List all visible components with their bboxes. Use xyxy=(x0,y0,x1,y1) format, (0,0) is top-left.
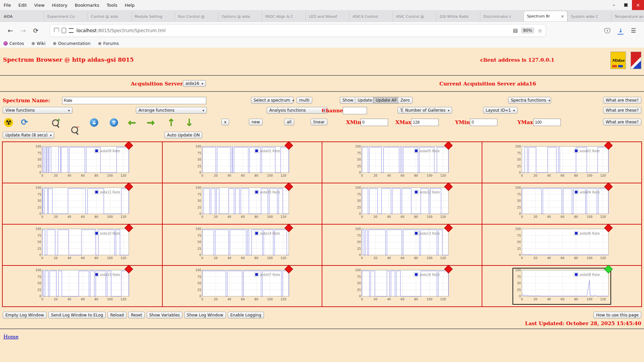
tab-temperature-an[interactable]: Temperature an xyxy=(611,11,644,21)
bookmark-wiki[interactable]: ⊕Wiki xyxy=(31,41,45,46)
tab-gsi-white-rabb[interactable]: GSI White Rabb xyxy=(436,11,480,21)
x-button[interactable]: x xyxy=(221,119,229,125)
select-spectrum-dropdown[interactable]: Select a spectrum▾ xyxy=(251,97,294,104)
menu-file[interactable]: File xyxy=(0,3,15,8)
update-rate-dropdown[interactable]: Update Rate (8 secs)▾ xyxy=(3,132,54,138)
xmax-input[interactable] xyxy=(411,119,439,126)
menu-history[interactable]: History xyxy=(48,3,71,8)
spectrum-chart-aida03[interactable]: 0255075100020406080100120aida03 Rate xyxy=(193,185,291,222)
multi-button[interactable]: multi xyxy=(297,97,312,104)
radiation-icon[interactable]: ☢ xyxy=(4,118,13,127)
update-button[interactable]: Update xyxy=(355,97,375,104)
page-down-icon[interactable]: ⇊ xyxy=(90,118,98,127)
reset-button[interactable]: Reset xyxy=(128,312,145,318)
tab-experiment-co[interactable]: Experiment Co xyxy=(44,11,88,21)
menu-tools[interactable]: Tools xyxy=(103,3,121,8)
spectrum-chart-aida02[interactable]: 0255075100020406080100120aida02 Rate xyxy=(513,144,611,181)
bookmark-star-icon[interactable]: ☆ xyxy=(537,27,542,34)
spectrum-chart-aida07[interactable]: 0255075100020406080100120aida07 Rate xyxy=(193,268,291,305)
bookmark-documentation[interactable]: ⊕Documentation xyxy=(53,41,91,46)
what-are-these-button[interactable]: What are these? xyxy=(603,107,641,114)
show-button[interactable]: Show xyxy=(340,97,356,104)
move-up-icon[interactable]: ↑ xyxy=(167,117,175,128)
analysis-functions-dropdown[interactable]: Analysis functions▾ xyxy=(267,107,328,114)
what-are-these-button[interactable]: What are these? xyxy=(603,97,641,104)
view-functions-dropdown[interactable]: View functions▾ xyxy=(3,107,72,114)
move-down-icon[interactable]: ↓ xyxy=(185,117,193,128)
bookmark-centos[interactable]: Centos xyxy=(3,41,24,46)
acquisition-server-select[interactable]: aida16▾ xyxy=(183,80,206,87)
zero-button[interactable]: Zero xyxy=(398,97,413,104)
close-button[interactable]: × xyxy=(632,0,644,10)
send-log-window-to-elog-button[interactable]: Send Log Window to ELog xyxy=(48,312,106,318)
tab-system-wide-c[interactable]: System wide C xyxy=(568,11,611,21)
reload-icon[interactable]: ⟳ xyxy=(33,27,39,34)
enable-logging-button[interactable]: Enable Logging xyxy=(228,312,264,318)
tab-aida[interactable]: AIDA xyxy=(1,11,44,21)
spectrum-chart-aida10[interactable]: 0255075100020406080100120aida10 Rate xyxy=(33,227,131,263)
spectrum-chart-aida14[interactable]: 0255075100020406080100120aida14 Rate xyxy=(193,227,291,263)
layout-dropdown[interactable]: Layout ID=1▾ xyxy=(483,107,518,114)
spectrum-name-input[interactable] xyxy=(62,97,206,104)
tab-module-setting[interactable]: Module Setting xyxy=(131,11,175,21)
tab-discriminator-c[interactable]: Discriminator c xyxy=(480,11,524,21)
ymin-input[interactable] xyxy=(470,119,497,126)
spectrum-chart-aida05[interactable]: 0255075100020406080100120aida05 Rate xyxy=(353,144,451,181)
new-button[interactable]: new xyxy=(249,119,263,125)
update-all-button[interactable]: Update All xyxy=(373,97,399,104)
menu-help[interactable]: Help xyxy=(121,3,139,8)
tab-asic4-control[interactable]: ASIC4 Control xyxy=(349,11,393,21)
spectrum-chart-aida08[interactable]: 0255075100020406080100120aida08 Rate xyxy=(513,268,611,305)
page-up-icon[interactable]: ⇈ xyxy=(110,118,118,127)
move-left-icon[interactable]: ← xyxy=(128,117,136,128)
how-to-use-button[interactable]: How to use this page xyxy=(593,312,641,318)
spectrum-chart-aida04[interactable]: 0255075100020406080100120aida04 Rate xyxy=(513,185,611,222)
page-info-icon[interactable] xyxy=(62,28,66,33)
what-are-these-button[interactable]: What are these? xyxy=(603,119,641,125)
spectrum-chart-aida11[interactable]: 0255075100020406080100120aida11 Rate xyxy=(33,185,131,222)
menu-view[interactable]: View xyxy=(31,3,48,8)
minimize-button[interactable]: – xyxy=(608,0,620,10)
reload-button[interactable]: Reload xyxy=(107,312,126,318)
pocket-icon[interactable]: ∨ xyxy=(604,28,610,33)
app-menu-icon[interactable]: ☰ xyxy=(631,27,636,34)
zoom-level-badge[interactable]: 80% xyxy=(521,27,535,34)
spectrum-chart-aida16[interactable]: 0255075100020406080100120aida16 Rate xyxy=(353,268,451,305)
reader-mode-icon[interactable]: ▤ xyxy=(513,27,518,34)
spectrum-chart-aida06[interactable]: 0255075100020406080100120aida06 Rate xyxy=(513,227,611,263)
channel-input[interactable] xyxy=(343,107,367,114)
home-link[interactable]: Home xyxy=(3,334,18,340)
permissions-icon[interactable] xyxy=(69,28,73,33)
url-bar[interactable]: localhost:8015/Spectrum/Spectrum.tml ▤ 8… xyxy=(50,24,546,37)
spectra-functions-dropdown[interactable]: Spectra functions▾ xyxy=(508,97,551,104)
spectrum-chart-aida01[interactable]: 0255075100020406080100120aida01 Rate xyxy=(193,144,291,181)
menu-bookmarks[interactable]: Bookmarks xyxy=(71,3,103,8)
maximize-button[interactable] xyxy=(620,0,632,10)
spectrum-chart-aida09[interactable]: 0255075100020406080100120aida09 Rate xyxy=(33,144,131,181)
show-log-window-button[interactable]: Show Log Window xyxy=(184,312,226,318)
tab-options-aida[interactable]: Options @ aida xyxy=(218,11,262,21)
xmin-input[interactable] xyxy=(361,119,388,126)
ymax-input[interactable] xyxy=(533,119,561,126)
forward-icon[interactable]: → xyxy=(20,27,26,34)
midas-logo[interactable]: Midas xyxy=(610,52,626,69)
tracking-shield-icon[interactable] xyxy=(54,28,59,34)
arrange-functions-dropdown[interactable]: Arrange functions▾ xyxy=(136,107,207,114)
all-button[interactable]: all xyxy=(284,119,294,125)
bookmark-forums[interactable]: ⊕Forums xyxy=(98,41,119,46)
tab-spectrum-br[interactable]: Spectrum Br× xyxy=(524,11,568,21)
facility-logo[interactable] xyxy=(631,52,641,69)
tab-fadc-align-c[interactable]: FADC Align & C xyxy=(262,11,306,21)
galleries-dropdown[interactable]: Number of Galleries▾ xyxy=(402,107,452,114)
show-variables-button[interactable]: Show Variables xyxy=(147,312,182,318)
tab-led-and-wavef[interactable]: LED and Wavef xyxy=(306,11,349,21)
move-right-icon[interactable]: → xyxy=(147,117,155,128)
auto-update-button[interactable]: Auto Update ON xyxy=(164,132,202,138)
menu-edit[interactable]: Edit xyxy=(15,3,31,8)
back-icon[interactable]: ← xyxy=(8,27,13,34)
downloads-icon[interactable]: ↓ xyxy=(618,27,623,34)
tab-control-aida[interactable]: Control @ aida xyxy=(88,11,131,21)
linear-button[interactable]: linear xyxy=(311,119,327,125)
spectrum-chart-aida15[interactable]: 0255075100020406080100120aida15 Rate xyxy=(33,268,131,305)
refresh-icon[interactable]: ⟳ xyxy=(21,117,28,127)
